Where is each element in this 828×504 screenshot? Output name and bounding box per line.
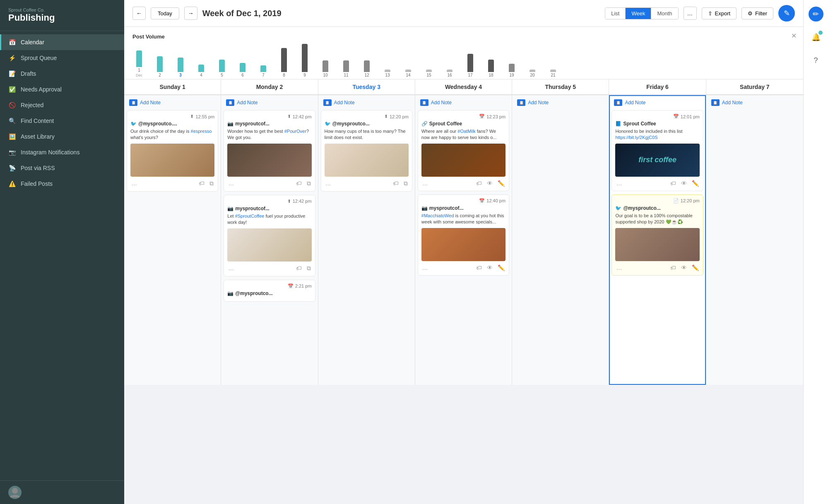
compose-right-button[interactable]: ✏ [809, 7, 823, 22]
card-account: 🐦 @mysproutco... [325, 121, 409, 127]
more-button[interactable]: … [227, 179, 235, 187]
add-note-wednesday[interactable]: 📋 Add Note [418, 98, 509, 108]
note-icon: 📋 [614, 99, 622, 106]
sidebar-item-instagram-notifications[interactable]: 📷 Instagram Notifications [0, 144, 124, 160]
today-button[interactable]: Today [151, 7, 179, 19]
export-button[interactable]: ⇧ Export [702, 7, 737, 19]
more-button[interactable]: … [615, 264, 623, 272]
time-value: 2:21 pm [295, 283, 312, 288]
edit-button[interactable]: ✏️ [691, 179, 700, 187]
add-note-label: Add Note [625, 100, 645, 106]
more-options-button[interactable]: … [684, 7, 697, 20]
day-col-thursday: 📋 Add Note [512, 95, 609, 385]
sidebar-item-drafts[interactable]: 📝 Drafts [0, 66, 124, 82]
card-actions: … 🏷 👁 ✏️ [421, 179, 505, 187]
instagram-icon: 📷 [227, 121, 233, 127]
edit-button[interactable]: ✏️ [691, 264, 700, 272]
tab-list[interactable]: List [605, 8, 626, 19]
tab-week[interactable]: Week [626, 8, 651, 19]
more-button[interactable]: … [325, 179, 332, 187]
eye-button[interactable]: 👁 [486, 179, 493, 187]
next-week-button[interactable]: → [184, 7, 197, 20]
eye-button[interactable]: 👁 [680, 264, 688, 272]
more-button[interactable]: … [615, 179, 623, 187]
help-icon: ? [814, 56, 818, 65]
bar [467, 54, 473, 72]
bar [219, 60, 225, 72]
add-note-friday[interactable]: 📋 Add Note [611, 98, 703, 108]
add-note-tuesday[interactable]: 📋 Add Note [321, 98, 412, 108]
add-note-label: Add Note [237, 100, 258, 106]
linkedin-icon: 🔗 [421, 121, 428, 127]
tag-button[interactable]: 🏷 [295, 179, 303, 187]
doc-icon: 📄 [673, 198, 679, 204]
add-note-sunday[interactable]: 📋 Add Note [127, 98, 218, 108]
close-post-volume-button[interactable]: ✕ [791, 32, 797, 40]
export-icon: ⇧ [708, 10, 712, 17]
add-note-saturday[interactable]: 📋 Add Note [709, 98, 801, 108]
bar-label: 8 [283, 73, 285, 77]
copy-button[interactable]: ⧉ [306, 179, 312, 188]
tag-button[interactable]: 🏷 [475, 179, 483, 187]
sidebar-item-rejected[interactable]: 🚫 Rejected [0, 97, 124, 113]
copy-button[interactable]: ⧉ [306, 264, 312, 273]
time-value: 12:55 pm [195, 114, 214, 119]
week-title: Week of Dec 1, 2019 [202, 9, 600, 18]
sidebar-item-asset-library[interactable]: 🖼️ Asset Library [0, 129, 124, 144]
more-button[interactable]: … [421, 264, 429, 272]
sidebar-item-sprout-queue[interactable]: ⚡ Sprout Queue [0, 50, 124, 66]
filter-button[interactable]: ⚙ Filter [741, 7, 773, 19]
card-text: #MacchiatoWed is coming at you hot this … [421, 213, 505, 226]
add-note-monday[interactable]: 📋 Add Note [224, 98, 315, 108]
bar-label: 5 [221, 73, 223, 77]
card-text: Let #SproutCoffee fuel your productive w… [227, 213, 311, 226]
sidebar-item-failed-posts[interactable]: ⚠️ Failed Posts [0, 176, 124, 192]
sidebar-item-calendar[interactable]: 📅 Calendar [0, 34, 124, 50]
eye-button[interactable]: 👁 [680, 179, 688, 187]
edit-button[interactable]: ✏️ [497, 264, 505, 272]
bar [488, 60, 494, 72]
bar [323, 60, 328, 72]
eye-button[interactable]: 👁 [486, 264, 493, 272]
tab-month[interactable]: Month [651, 8, 678, 19]
more-button[interactable]: … [227, 264, 235, 272]
time-value: 12:20 pm [390, 114, 409, 119]
tag-button[interactable]: 🏷 [669, 264, 677, 272]
prev-week-button[interactable]: ← [132, 7, 146, 20]
copy-button[interactable]: ⧉ [403, 179, 409, 188]
sidebar-item-needs-approval[interactable]: ✅ Needs Approval [0, 82, 124, 97]
copy-button[interactable]: ⧉ [209, 179, 214, 188]
edit-button[interactable]: ✏️ [497, 179, 505, 187]
tag-button[interactable]: 🏷 [295, 264, 303, 272]
notifications-button[interactable]: 🔔 [809, 30, 823, 45]
tag-button[interactable]: 🏷 [198, 179, 205, 187]
help-button[interactable]: ? [809, 53, 823, 68]
card-time: 📅 2:21 pm [227, 283, 311, 289]
tag-button[interactable]: 🏷 [475, 264, 483, 272]
tag-button[interactable]: 🏷 [392, 179, 400, 187]
more-button[interactable]: … [421, 179, 429, 187]
card-text: Honored to be included in this list http… [615, 128, 699, 141]
card-time: ⬆ 12:20 pm [325, 114, 409, 119]
day-col-monday: 📋 Add Note ⬆ 12:42 pm 📷 mysproutcof... W… [221, 95, 318, 385]
sidebar-item-label: Drafts [21, 70, 36, 77]
chart-bar-15: 15 [422, 70, 436, 77]
post-volume-title: Post Volume [132, 34, 795, 40]
svg-point-0 [12, 488, 18, 494]
day-header-tuesday: Tuesday 3 [318, 79, 415, 95]
chart-bar-1: 1 Dec [132, 50, 146, 77]
card-image [227, 144, 311, 177]
card-time: 📅 12:23 pm [421, 114, 505, 119]
sidebar-item-label: Failed Posts [21, 180, 53, 187]
chart-bar-8: 8 [277, 48, 291, 77]
sidebar-item-post-via-rss[interactable]: 📡 Post via RSS [0, 160, 124, 176]
compose-button[interactable]: ✎ [778, 5, 795, 22]
sidebar-item-find-content[interactable]: 🔍 Find Content [0, 113, 124, 129]
bar-label: 7 [262, 73, 265, 77]
card-image [615, 228, 699, 261]
card-image: first coffee [615, 144, 699, 177]
add-note-thursday[interactable]: 📋 Add Note [515, 98, 606, 108]
sidebar: Sprout Coffee Co. Publishing 📅 Calendar … [0, 0, 124, 504]
more-button[interactable]: … [130, 179, 138, 187]
tag-button[interactable]: 🏷 [669, 179, 677, 187]
